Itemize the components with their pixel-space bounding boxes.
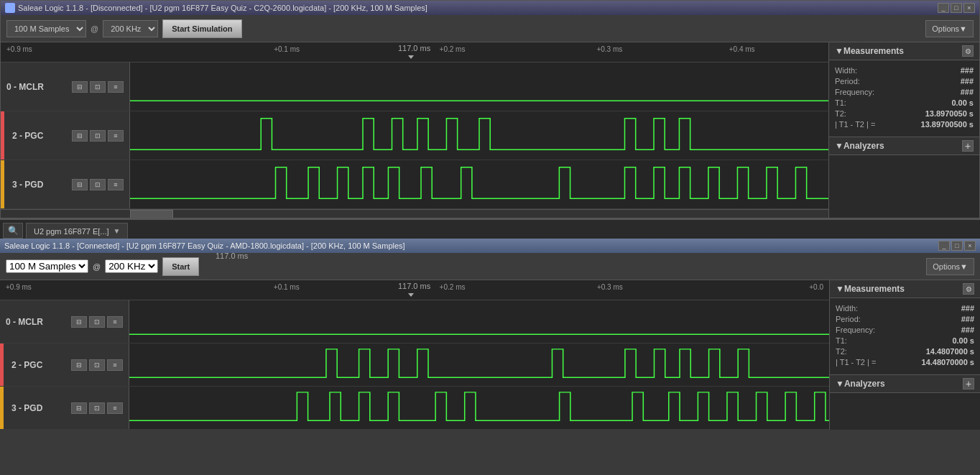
pgc-sig-btn-3[interactable]: ≡ — [108, 130, 124, 142]
analyzers-add-bottom[interactable]: + — [963, 378, 974, 389]
signal-row-mclr-top: 0 - MCLR ⊟ ⊡ ≡ — [1, 63, 828, 111]
bottom-pgd-btn-1[interactable]: ⊟ — [71, 402, 87, 414]
bottom-tick-0: +0.9 ms — [6, 283, 32, 291]
bottom-pgd-btn-3[interactable]: ≡ — [107, 402, 123, 414]
top-window-title: Saleae Logic 1.1.8 - [Disconnected] - [U… — [18, 4, 427, 12]
bottom-pgc-btn-2[interactable]: ⊡ — [89, 359, 105, 371]
bottom-time-arrow — [408, 293, 414, 297]
tick-3: +0.3 ms — [596, 45, 622, 53]
top-time-ruler: +0.9 ms 117.0 ms +0.1 ms +0.2 ms +0.3 ms… — [1, 42, 828, 63]
bottom-toolbar: 100 M Samples @ 200 KHz Start 117.0 ms O… — [0, 253, 980, 280]
meas-width-value-bottom: ### — [961, 304, 974, 313]
meas-width-label-bottom: Width: — [836, 304, 858, 313]
pgc-sig-btn-2[interactable]: ⊡ — [90, 130, 106, 142]
wave-area-mclr-top — [130, 63, 828, 111]
meas-t2-value-top: 13.8970050 s — [925, 109, 974, 118]
time-arrow — [408, 55, 414, 59]
meas-t1-row-bottom: T1: 0.00 s — [836, 336, 974, 345]
meas-t2-row-bottom: T2: 14.4807000 s — [836, 347, 974, 356]
signal-label-pgd-top: 3 - PGD ⊟ ⊡ ≡ — [1, 160, 130, 208]
bottom-start-button[interactable]: Start — [162, 257, 199, 276]
top-signals-section: +0.9 ms 117.0 ms +0.1 ms +0.2 ms +0.3 ms… — [1, 42, 828, 218]
wave-area-pgc-bottom — [129, 343, 829, 386]
bottom-pgc-btn-1[interactable]: ⊟ — [71, 359, 87, 371]
meas-t1-row-top: T1: 0.00 s — [835, 98, 974, 107]
signal-controls-pgc-top: ⊟ ⊡ ≡ — [72, 130, 124, 142]
bottom-sig-btn-3[interactable]: ≡ — [107, 316, 123, 328]
top-toolbar: 100 M Samples @ 200 KHz Start Simulation… — [1, 15, 979, 42]
analyzers-header-bottom: ▼ Analyzers + — [830, 374, 980, 393]
bottom-sig-btn-2[interactable]: ⊡ — [89, 316, 105, 328]
signal-name-pgc-top: 2 - PGC — [12, 131, 43, 141]
at-label: @ — [91, 24, 98, 33]
sig-btn-1[interactable]: ⊟ — [72, 81, 88, 93]
samples-dropdown[interactable]: 100 M Samples — [6, 20, 86, 37]
freq-dropdown[interactable]: 200 KHz — [103, 20, 158, 37]
meas-t1-value-top: 0.00 s — [951, 98, 974, 107]
signal-label-pgc-bottom: 2 - PGC ⊟ ⊡ ≡ — [0, 343, 129, 386]
bottom-minimize-button[interactable]: _ — [938, 241, 950, 251]
analyzers-title-bottom: Analyzers — [844, 379, 885, 389]
bottom-window: Saleae Logic 1.1.8 - [Connected] - [U2 p… — [0, 239, 980, 430]
wave-area-pgd-bottom — [129, 387, 829, 429]
wave-area-mclr-bottom — [129, 300, 829, 343]
bottom-close-button[interactable]: × — [964, 241, 976, 251]
signal-controls-mclr-top: ⊟ ⊡ ≡ — [72, 81, 124, 93]
measurements-label-top: Measurements — [843, 46, 904, 56]
tab-item[interactable]: U2 pgm 16F877 E[...] ▼ — [26, 223, 128, 239]
pgd-sig-btn-2[interactable]: ⊡ — [90, 179, 106, 190]
tab-search-button[interactable]: 🔍 — [3, 223, 23, 239]
measurements-gear-bottom[interactable]: ⚙ — [963, 283, 974, 295]
top-scrollbar[interactable] — [1, 209, 828, 218]
measurements-header-bottom: ▼ Measurements ⚙ — [830, 280, 980, 298]
time-center-label: 117.0 ms — [398, 44, 430, 52]
meas-diff-value-bottom: 14.48070000 s — [922, 358, 974, 366]
start-simulation-button[interactable]: Start Simulation — [162, 19, 241, 38]
signal-label-mclr-bottom: 0 - MCLR ⊟ ⊡ ≡ — [0, 300, 129, 343]
signal-label-pgc-top: 2 - PGC ⊟ ⊡ ≡ — [1, 111, 130, 160]
analyzers-title-top: Analyzers — [843, 141, 884, 151]
pgd-sig-btn-3[interactable]: ≡ — [108, 179, 124, 190]
bottom-samples-dropdown[interactable]: 100 M Samples — [6, 259, 88, 273]
meas-freq-value-top: ### — [961, 88, 974, 96]
meas-diff-row-bottom: | T1 - T2 | = 14.48070000 s — [836, 358, 974, 366]
scrollbar-thumb-top[interactable] — [130, 210, 173, 218]
sig-btn-2[interactable]: ⊡ — [90, 81, 106, 93]
bottom-maximize-button[interactable]: □ — [951, 241, 963, 251]
top-window: Saleae Logic 1.1.8 - [Disconnected] - [U… — [0, 0, 980, 218]
measurements-gear-top[interactable]: ⚙ — [962, 45, 974, 57]
bottom-pgc-btn-3[interactable]: ≡ — [107, 359, 123, 371]
analyzers-add-top[interactable]: + — [962, 140, 974, 152]
sig-btn-3[interactable]: ≡ — [108, 81, 124, 93]
tick-4: +0.4 ms — [729, 45, 755, 53]
maximize-button[interactable]: □ — [951, 3, 962, 13]
bottom-freq-dropdown[interactable]: 200 KHz — [105, 259, 158, 273]
measurements-label-bottom: Measurements — [844, 284, 905, 294]
measurements-header-top: ▼ Measurements ⚙ — [829, 42, 979, 60]
close-button[interactable]: × — [963, 3, 975, 13]
tab-close-icon[interactable]: ▼ — [114, 227, 121, 235]
meas-t2-label-bottom: T2: — [836, 347, 847, 356]
signal-controls-pgd-top: ⊟ ⊡ ≡ — [72, 179, 124, 190]
measurements-title-top: ▼ — [835, 46, 843, 56]
minimize-button[interactable]: _ — [938, 3, 949, 13]
meas-freq-row-bottom: Frequency: ### — [836, 326, 974, 334]
meas-t1-value-bottom: 0.00 s — [952, 336, 974, 345]
meas-t2-row-top: T2: 13.8970050 s — [835, 109, 974, 118]
signal-row-mclr-bottom: 0 - MCLR ⊟ ⊡ ≡ — [0, 300, 829, 343]
options-button[interactable]: Options▼ — [925, 20, 974, 37]
bottom-titlebar: Saleae Logic 1.1.8 - [Connected] - [U2 p… — [0, 239, 980, 253]
measurements-body-top: Width: ### Period: ### Frequency: ### T1… — [829, 60, 979, 137]
top-titlebar: Saleae Logic 1.1.8 - [Disconnected] - [U… — [1, 1, 979, 15]
meas-t2-value-bottom: 14.4807000 s — [926, 347, 974, 356]
meas-freq-value-bottom: ### — [961, 326, 974, 334]
bottom-time-ruler: +0.9 ms 117.0 ms +0.1 ms +0.2 ms +0.3 ms… — [0, 280, 829, 300]
pgd-color-bar-top — [1, 160, 4, 208]
bottom-options-button[interactable]: Options▼ — [926, 258, 974, 275]
pgc-sig-btn-1[interactable]: ⊟ — [72, 130, 88, 142]
analyzers-prefix-bottom: ▼ — [836, 379, 844, 389]
bottom-sig-btn-1[interactable]: ⊟ — [71, 316, 87, 328]
bottom-at-label: @ — [93, 262, 101, 271]
pgd-sig-btn-1[interactable]: ⊟ — [72, 179, 88, 190]
bottom-pgd-btn-2[interactable]: ⊡ — [89, 402, 105, 414]
